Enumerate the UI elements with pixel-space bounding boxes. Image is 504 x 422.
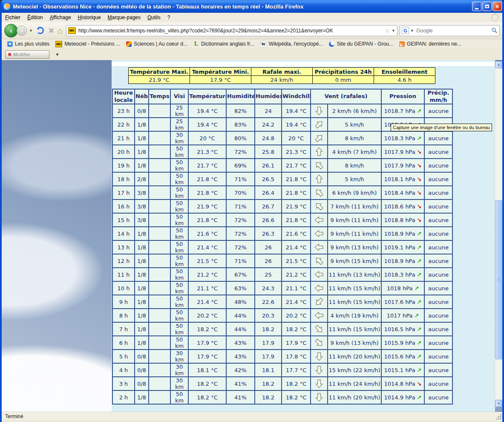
cell-visi: 50 km — [170, 281, 188, 295]
cell-neb: 1/8 — [135, 227, 149, 240]
menu-item-marque-pages[interactable]: Marque-pages — [104, 13, 144, 22]
cell-temperature: 21.1 °C — [188, 281, 226, 295]
minimize-button[interactable] — [472, 2, 481, 11]
cell-heure: 3 h — [112, 377, 135, 390]
pressure-trend-down-icon: ↘ — [417, 217, 422, 223]
cell-neb: 1/8 — [135, 145, 149, 159]
menu-item-historique[interactable]: Historique — [75, 13, 104, 22]
search-bar[interactable]: G ▼ — [400, 25, 500, 36]
search-input[interactable] — [415, 27, 490, 34]
cell-pression: 1015.1 hPa↗ — [381, 363, 424, 377]
cell-pression: 1018.9 hPa↗ — [381, 227, 424, 240]
pressure-trend-up-icon: ↗ — [417, 367, 422, 373]
cell-temperature: 21.6 °C — [188, 227, 226, 240]
cell-pression: 1018.1 hPa↘ — [381, 172, 424, 186]
cell-humidite: 67% — [226, 268, 255, 281]
google-engine-icon[interactable]: G — [402, 27, 409, 34]
mcafee-button[interactable]: McAfee — [5, 50, 49, 59]
scroll-down-icon[interactable]: ▼ — [495, 400, 502, 407]
browser-window: Meteociel - Observations Nice - données … — [0, 0, 504, 422]
col-header-humidit: Humidité — [226, 89, 255, 104]
cell-humidite: 72% — [226, 145, 255, 159]
pressure-trend-down-icon: ↘ — [417, 149, 422, 155]
url-input[interactable] — [78, 27, 383, 34]
cell-windchill: 18.2 °C — [282, 390, 311, 404]
bookmark-dictionnaire-anglais-fr[interactable]: LDictionnaire anglais fr... — [190, 40, 257, 48]
cell-vent-direction — [311, 363, 328, 377]
cell-humidex: 20.3 — [255, 309, 282, 322]
cell-precip: aucune — [424, 104, 452, 118]
cell-heure: 22 h — [112, 118, 135, 131]
bookmark-geipan-derni-res-ne[interactable]: GEIPAN: dernières ne... — [396, 40, 464, 48]
search-icon[interactable] — [491, 27, 498, 34]
cell-temperature: 21.8 °C — [188, 186, 226, 199]
cell-neb: 2/8 — [135, 172, 149, 186]
url-bar[interactable]: MC ☆ ▼ — [66, 25, 397, 36]
cell-humidite: 41% — [226, 390, 255, 404]
cell-windchill: 17.9 °C — [282, 336, 311, 350]
wind-direction-arrow-icon — [314, 365, 324, 375]
cell-humidite: 71% — [226, 254, 255, 268]
wind-direction-arrow-icon — [312, 159, 325, 172]
maximize-button[interactable] — [482, 2, 492, 11]
menu-item-fichier[interactable]: Fichier — [2, 13, 24, 22]
cell-visi: 30 km — [170, 131, 188, 145]
bookmark-site-du-geipan-grou[interactable]: Site du GEIPAN - Grou... — [326, 40, 396, 48]
summary-value-row: 21.9 °C17.9 °C24 km/h0 mm4.6 h — [129, 76, 435, 84]
cell-humidex: 26 — [255, 254, 282, 268]
bookmark-star-icon[interactable]: ☆ — [385, 27, 390, 34]
bookmark-sciences-au-coeur-d[interactable]: Sciences | Au coeur d... — [123, 40, 190, 48]
cell-humidex: 26.3 — [255, 227, 282, 240]
cell-vent: 4 km/h (7 km/h) — [328, 145, 381, 159]
stop-icon[interactable]: × — [49, 26, 54, 35]
history-dropdown-icon[interactable]: ▼ — [29, 29, 33, 33]
cell-temps — [149, 322, 170, 336]
cell-windchill: 21.4 °C — [282, 240, 311, 254]
cell-humidite: 43% — [226, 350, 255, 363]
cell-vent-direction — [311, 268, 328, 281]
bookmark-meteociel-pr-visions[interactable]: MCMeteociel - Prévisions ... — [52, 40, 123, 48]
bookmark-wikip-dia-l-encyclop[interactable]: WWikipédia, l'encyclopé... — [257, 40, 326, 48]
engine-dropdown-icon[interactable]: ▼ — [410, 29, 414, 33]
table-row: 9 h1/850 km21.4 °C48%22.621.4 °C11 km/h … — [112, 295, 452, 309]
cell-temperature: 21.9 °C — [188, 199, 226, 213]
table-row: 3 h0/830 km18.2 °C41%18.218.2 °C11 km/h … — [112, 377, 452, 390]
forward-button[interactable]: › — [17, 26, 27, 36]
url-dropdown-icon[interactable]: ▼ — [392, 29, 395, 33]
close-button[interactable]: × — [492, 2, 502, 11]
cell-vent: 9 km/h (11 km/h) — [328, 213, 381, 227]
menu-item-outils[interactable]: Outils — [144, 13, 164, 22]
bookmarks-toolbar: Les plus visitésMCMeteociel - Prévisions… — [2, 39, 504, 49]
cell-temps — [149, 336, 170, 350]
cell-pression: 1017.9 hPa↘ — [381, 159, 424, 172]
summary-value: 24 km/h — [251, 76, 313, 84]
cell-precip: aucune — [424, 172, 452, 186]
cell-temps — [149, 309, 170, 322]
menu-item-affichage[interactable]: Affichage — [46, 13, 75, 22]
pressure-value: 1017.6 hPa — [384, 299, 415, 305]
resize-grip[interactable] — [496, 414, 501, 419]
menu-item-dition[interactable]: Édition — [24, 13, 46, 22]
back-button[interactable]: ‹ — [4, 24, 18, 38]
cell-humidex: 17.9 — [255, 336, 282, 350]
pressure-value: 1017.9 hPa — [384, 149, 415, 155]
cell-neb: 1/8 — [135, 281, 149, 295]
cell-humidex: 17.9 — [255, 350, 282, 363]
refresh-icon[interactable] — [37, 27, 44, 34]
vertical-scrollbar[interactable]: ▲ ▼ — [495, 61, 502, 407]
cell-neb: 1/8 — [135, 295, 149, 309]
pressure-value: 1015.6 hPa — [384, 353, 415, 360]
pressure-trend-up-icon: ↗ — [417, 244, 422, 251]
cell-vent: 11 km/h (24 km/h) — [328, 377, 381, 390]
scroll-up-icon[interactable]: ▲ — [495, 61, 502, 68]
pressure-trend-up-icon: ↗ — [414, 312, 419, 319]
menu-item-item[interactable]: ? — [164, 13, 174, 22]
mcafee-dropdown-icon[interactable]: ▼ — [55, 52, 59, 57]
bookmark-label: Sciences | Au coeur d... — [134, 41, 187, 47]
cell-visi: 30 km — [170, 350, 188, 363]
cell-vent: 8 km/h — [328, 131, 381, 145]
bookmark-les-plus-visit-s[interactable]: Les plus visités — [4, 40, 52, 48]
cell-temperature: 21.2 °C — [188, 268, 226, 281]
scrollbar-thumb[interactable] — [495, 200, 502, 359]
home-icon[interactable]: ⌂ — [58, 26, 63, 35]
